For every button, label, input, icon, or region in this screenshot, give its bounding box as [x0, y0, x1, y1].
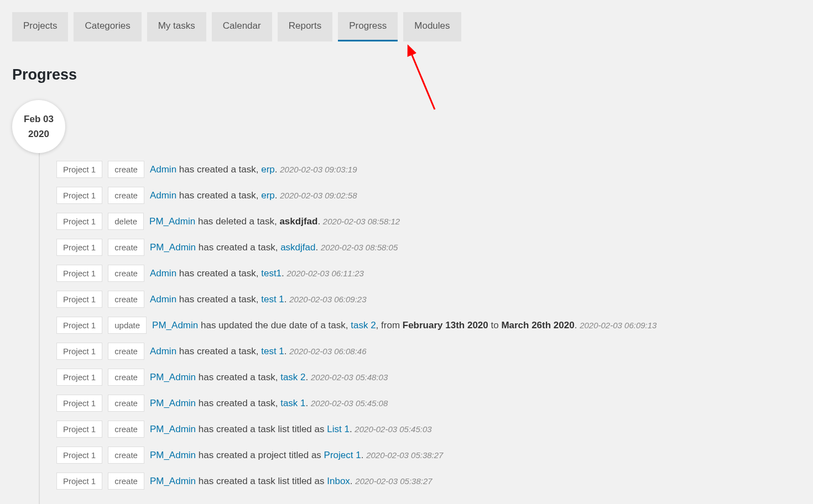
project-label[interactable]: Project 1 — [56, 291, 102, 308]
timestamp: 2020-02-03 08:58:12 — [323, 217, 400, 226]
suffix: . — [282, 268, 284, 279]
activity-row: Project 1createPM_Admin has created a ta… — [56, 239, 813, 256]
tab-progress[interactable]: Progress — [338, 12, 398, 41]
action-label[interactable]: delete — [108, 213, 144, 230]
action-label[interactable]: create — [108, 291, 144, 308]
action-label[interactable]: create — [108, 421, 144, 438]
activity-row: Project 1createPM_Admin has created a ta… — [56, 395, 813, 412]
project-label[interactable]: Project 1 — [56, 213, 102, 230]
timestamp: 2020-02-03 05:45:08 — [311, 398, 388, 408]
object-link[interactable]: List 1 — [327, 424, 350, 434]
object-link[interactable]: Inbox — [327, 476, 350, 486]
tab-modules[interactable]: Modules — [403, 12, 461, 41]
action-label[interactable]: update — [108, 317, 147, 334]
activity-row: Project 1createPM_Admin has created a pr… — [56, 447, 813, 464]
tab-categories[interactable]: Categories — [74, 12, 141, 41]
project-label[interactable]: Project 1 — [56, 343, 102, 360]
tab-projects[interactable]: Projects — [12, 12, 68, 41]
project-label[interactable]: Project 1 — [56, 187, 102, 204]
user-link[interactable]: PM_Admin — [150, 424, 196, 434]
object-bold: askdjfad — [279, 216, 317, 227]
date-line1: Feb 03 — [24, 112, 54, 127]
action-label[interactable]: create — [108, 239, 144, 256]
activity-middle: has updated the due date of a task, — [201, 320, 348, 330]
user-link[interactable]: PM_Admin — [150, 476, 196, 486]
activity-row: Project 1createPM_Admin has created a ta… — [56, 473, 813, 490]
user-link[interactable]: Admin — [150, 190, 176, 201]
project-label[interactable]: Project 1 — [56, 421, 102, 438]
activity-middle: has created a task, — [199, 242, 278, 253]
activity-middle: has created a project titled as — [199, 450, 321, 460]
suffix: . — [350, 424, 352, 434]
tab-calendar[interactable]: Calendar — [212, 12, 272, 41]
activity-text: Admin has created a task, test 1. 2020-0… — [150, 346, 367, 357]
project-label[interactable]: Project 1 — [56, 161, 102, 178]
timestamp: 2020-02-03 05:38:27 — [366, 450, 443, 460]
timestamp: 2020-02-03 05:38:27 — [355, 476, 432, 486]
user-link[interactable]: PM_Admin — [149, 216, 195, 227]
tab-reports[interactable]: Reports — [278, 12, 333, 41]
action-label[interactable]: create — [108, 187, 144, 204]
timestamp: 2020-02-03 06:11:23 — [287, 269, 364, 278]
activity-row: Project 1createAdmin has created a task,… — [56, 161, 813, 178]
project-label[interactable]: Project 1 — [56, 265, 102, 282]
object-link[interactable]: erp — [261, 164, 275, 175]
activity-middle: has created a task, — [179, 164, 259, 175]
action-label[interactable]: create — [108, 265, 144, 282]
project-label[interactable]: Project 1 — [56, 447, 102, 464]
bold2: March 26th 2020 — [501, 320, 574, 330]
action-label[interactable]: create — [108, 161, 144, 178]
action-label[interactable]: create — [108, 395, 144, 412]
user-link[interactable]: PM_Admin — [150, 450, 196, 460]
activity-text: PM_Admin has created a task, task 2. 202… — [150, 372, 388, 383]
date-badge: Feb 03 2020 — [12, 100, 65, 153]
activity-text: PM_Admin has created a task, askdjfad. 2… — [150, 242, 398, 253]
user-link[interactable]: Admin — [150, 346, 176, 356]
user-link[interactable]: PM_Admin — [150, 398, 196, 408]
activity-middle: has created a task list titled as — [199, 424, 325, 434]
user-link[interactable]: PM_Admin — [150, 242, 196, 253]
project-label[interactable]: Project 1 — [56, 473, 102, 490]
activity-text: PM_Admin has deleted a task, askdjfad. 2… — [149, 216, 400, 227]
tab-my-tasks[interactable]: My tasks — [147, 12, 206, 41]
project-label[interactable]: Project 1 — [56, 369, 102, 386]
object-link[interactable]: task 2 — [280, 372, 305, 382]
action-label[interactable]: create — [108, 369, 144, 386]
object-link[interactable]: test 1 — [261, 346, 284, 356]
activity-row: Project 1createAdmin has created a task,… — [56, 343, 813, 360]
project-label[interactable]: Project 1 — [56, 317, 102, 334]
user-link[interactable]: Admin — [150, 294, 176, 305]
suffix: , from — [376, 320, 403, 330]
object-link[interactable]: test 1 — [261, 294, 284, 305]
activity-middle: has created a task list titled as — [199, 476, 325, 486]
object-link[interactable]: erp — [261, 190, 275, 201]
object-link[interactable]: test1 — [261, 268, 282, 279]
user-link[interactable]: PM_Admin — [150, 372, 196, 382]
project-label[interactable]: Project 1 — [56, 239, 102, 256]
user-link[interactable]: Admin — [150, 268, 176, 279]
suffix: . — [284, 294, 287, 305]
project-label[interactable]: Project 1 — [56, 395, 102, 412]
suffix: . — [306, 398, 309, 408]
activity-text: PM_Admin has updated the due date of a t… — [152, 320, 656, 331]
activity-text: PM_Admin has created a project titled as… — [150, 450, 444, 461]
object-link[interactable]: task 2 — [351, 320, 376, 330]
activity-row: Project 1createPM_Admin has created a ta… — [56, 369, 813, 386]
activity-text: Admin has created a task, erp. 2020-02-0… — [150, 190, 357, 201]
activity-row: Project 1createAdmin has created a task,… — [56, 291, 813, 308]
page-title: Progress — [12, 66, 813, 83]
object-link[interactable]: askdjfad — [280, 242, 315, 253]
user-link[interactable]: Admin — [150, 164, 176, 175]
bold1: February 13th 2020 — [403, 320, 488, 330]
object-link[interactable]: Project 1 — [324, 450, 361, 460]
suffix: . — [361, 450, 364, 460]
activity-text: PM_Admin has created a task, task 1. 202… — [150, 398, 388, 409]
activity-middle: has created a task, — [199, 398, 278, 408]
object-link[interactable]: task 1 — [280, 398, 305, 408]
activity-text: PM_Admin has created a task list titled … — [150, 476, 432, 487]
action-label[interactable]: create — [108, 473, 144, 490]
action-label[interactable]: create — [108, 343, 144, 360]
activity-middle: has created a task, — [179, 294, 259, 305]
user-link[interactable]: PM_Admin — [152, 320, 198, 330]
action-label[interactable]: create — [108, 447, 144, 464]
